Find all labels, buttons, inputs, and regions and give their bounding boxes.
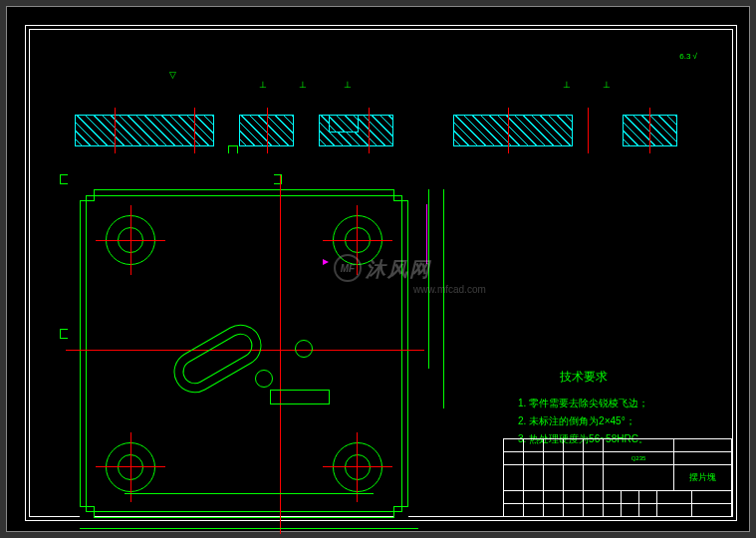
centerline [649,108,650,153]
magenta-arrow [323,259,329,265]
section-bracket [228,145,238,153]
centerline-v [130,432,131,502]
centerline [115,108,116,153]
dim-extension [443,189,444,408]
dim-symbol: ⊥ [563,80,571,90]
centerline-h [323,240,392,241]
dim-symbol: ⊥ [259,80,267,90]
centerline [267,108,268,153]
centerline [369,108,370,153]
magenta-line [426,204,427,264]
small-hole-2 [255,370,273,388]
hole-inner [345,454,371,480]
section-step [329,115,359,133]
technical-requirements: 技术要求 1. 零件需要去除尖锐棱飞边； 2. 未标注的倒角为2×45°； 3.… [518,367,648,448]
tech-req-item: 2. 未标注的倒角为2×45°； [518,412,648,430]
tech-req-title: 技术要求 [518,367,648,389]
tech-req-item: 1. 零件需要去除尖锐棱飞边； [518,395,648,412]
section-bracket [60,329,68,339]
dim-symbol: ⊥ [603,80,611,90]
rect-feature [270,390,330,404]
surface-finish-symbol: ▽ [169,70,176,80]
dim-extension [428,189,429,369]
finish-symbol: √ [693,52,697,61]
dim-extension [125,493,374,494]
watermark-logo: MF [334,254,362,282]
small-hole-1 [295,340,313,358]
centerline-v [357,432,358,502]
section-view-1 [75,115,214,146]
centerline-v [130,205,131,275]
section-view-4 [453,115,573,146]
cad-canvas: ▽ ⊥ ⊥ ⊥ ⊥ ⊥ 6.3 √ [6,6,750,532]
hole-bottom-right [333,442,382,492]
surface-finish-mark: 6.3 √ [679,52,697,61]
dim-symbol: ⊥ [344,80,352,90]
centerline-h [323,466,392,467]
material-cell: Q235 [604,452,674,464]
drawing-frame: ▽ ⊥ ⊥ ⊥ ⊥ ⊥ 6.3 √ [29,29,733,517]
part-name-cell: 摆片塊 [674,465,732,490]
dim-extension [80,528,418,529]
section-bracket [60,174,68,184]
plan-view [80,189,408,518]
centerline [588,108,589,153]
main-centerline-v [280,175,281,534]
centerline [194,108,195,153]
title-block: Q235 摆片塊 [503,438,732,516]
centerline [508,108,509,153]
finish-value: 6.3 [679,52,690,61]
dim-symbol: ⊥ [299,80,307,90]
